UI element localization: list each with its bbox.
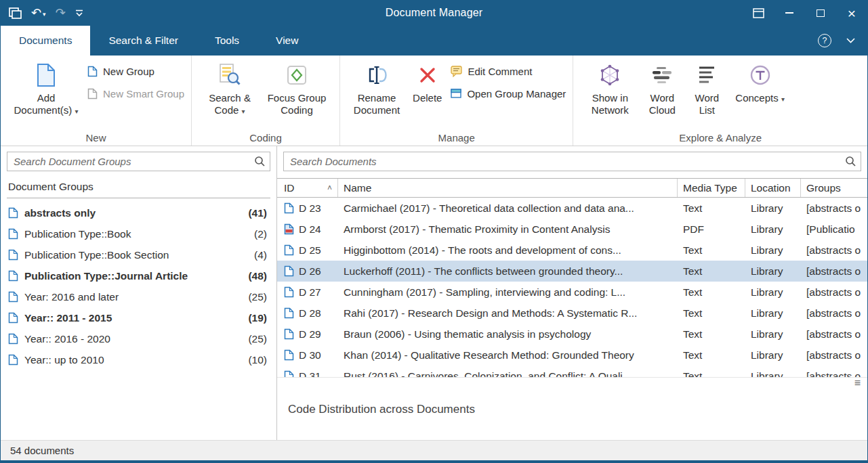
doc-location: Library (745, 370, 801, 378)
doc-id: D 31 (299, 370, 321, 378)
document-groups-pane: Document Groups abstracts only (41) Publ… (1, 146, 277, 440)
group-count: (4) (254, 249, 267, 261)
undo-dropdown-caret-icon: ▾ (43, 12, 46, 19)
table-row[interactable]: D 24 Armborst (2017) - Thematic Proximit… (277, 219, 867, 240)
group-name: Year:: 2011 - 2015 (24, 312, 112, 324)
horizontal-splitter[interactable]: ≡ (277, 377, 867, 391)
dropdown-caret-icon: ▾ (242, 108, 245, 115)
statusbar: 54 documents (1, 440, 867, 460)
minimize-icon (785, 12, 793, 14)
group-count: (2) (254, 228, 267, 240)
group-row[interactable]: Year:: 2016 - 2020 (25) (1, 328, 276, 349)
doc-id: D 29 (299, 328, 321, 340)
doc-name: Armborst (2017) - Thematic Proximity in … (338, 223, 678, 236)
column-header-name[interactable]: Name (338, 179, 678, 197)
table-row[interactable]: D 23 Carmichael (2017) - Theoretical dat… (277, 198, 867, 219)
word-list-button[interactable]: Word List (684, 60, 729, 118)
group-document-icon (8, 270, 18, 282)
table-row[interactable]: D 31 Rust (2016) - Carnivores, Colonizat… (277, 366, 867, 377)
group-count: (10) (248, 354, 267, 366)
close-button[interactable]: × (836, 0, 867, 26)
table-row[interactable]: D 30 Khan (2014) - Qualitative Research … (277, 345, 867, 366)
new-smart-group-icon (87, 88, 98, 100)
documents-table-body: D 23 Carmichael (2017) - Theoretical dat… (277, 198, 867, 377)
rename-document-button[interactable]: Rename Document (347, 60, 407, 118)
undo-icon: ↶ (31, 7, 41, 19)
tab-view[interactable]: View (257, 26, 316, 56)
new-group-button[interactable]: New Group (87, 63, 184, 79)
document-manager-window: ↶ ▾ ↷ Document Manager × Documents Searc… (0, 0, 868, 463)
show-in-network-button[interactable]: Show in Network (580, 60, 640, 118)
tab-documents[interactable]: Documents (1, 26, 90, 56)
edit-comment-button[interactable]: Edit Comment (451, 63, 566, 79)
rename-document-icon (366, 62, 388, 88)
table-row[interactable]: D 29 Braun (2006) - Using thematic analy… (277, 324, 867, 345)
doc-location: Library (745, 328, 801, 340)
search-and-code-button[interactable]: Search & Code ▾ (199, 60, 261, 118)
group-document-icon (8, 291, 18, 303)
search-documents-input[interactable] (283, 152, 861, 171)
word-list-label: Word List (695, 92, 720, 116)
new-group-icon (87, 66, 98, 77)
column-header-groups[interactable]: Groups (801, 179, 867, 197)
doc-name: Cunningham (2017) - Sampling, interviewi… (338, 286, 678, 299)
search-icon (254, 156, 265, 167)
doc-groups: [abstracts o (801, 370, 867, 378)
table-row[interactable]: D 28 Rahi (2017) - Research Design and M… (277, 303, 867, 324)
group-row[interactable]: Publication Type::Journal Article (48) (1, 265, 276, 286)
table-row[interactable]: D 25 Higginbottom (2014) - The roots and… (277, 240, 867, 261)
concepts-button[interactable]: Concepts ▾ (729, 60, 791, 107)
text-document-icon (284, 307, 294, 319)
doc-id: D 28 (299, 307, 321, 319)
doc-location: Library (745, 202, 801, 215)
group-row[interactable]: abstracts only (41) (1, 202, 276, 223)
ribbon-display-options-button[interactable] (743, 0, 774, 26)
new-smart-group-button[interactable]: New Smart Group (87, 85, 184, 102)
table-row-selected[interactable]: D 26 Luckerhoff (2011) - The conflicts b… (277, 261, 867, 282)
tab-search-filter[interactable]: Search & Filter (90, 26, 197, 56)
ribbon-group-new: Add Document(s) ▾ New Group New Smart Gr… (1, 56, 192, 146)
doc-groups: [abstracts o (801, 265, 867, 278)
minimize-button[interactable] (774, 0, 805, 26)
redo-button[interactable]: ↷ (56, 7, 66, 19)
doc-media-type: Text (678, 265, 745, 278)
tab-tools[interactable]: Tools (197, 26, 257, 56)
document-groups-header[interactable]: Document Groups (7, 178, 270, 198)
doc-id: D 23 (299, 202, 321, 215)
undo-button[interactable]: ↶ ▾ (31, 7, 46, 19)
group-name: Year:: up to 2010 (24, 354, 104, 366)
column-header-media-type[interactable]: Media Type (678, 179, 745, 197)
doc-media-type: Text (678, 202, 745, 215)
focus-group-coding-button[interactable]: Focus Group Coding (261, 60, 333, 118)
group-row[interactable]: Year:: 2011 - 2015 (19) (1, 307, 276, 328)
document-count: 54 documents (10, 445, 74, 456)
word-cloud-button[interactable]: Word Cloud (640, 60, 684, 118)
group-row[interactable]: Publication Type::Book (2) (1, 223, 276, 244)
help-icon: ? (823, 36, 827, 45)
doc-groups: [abstracts o (801, 286, 867, 299)
column-header-id[interactable]: ID ˄ (277, 179, 338, 197)
group-row[interactable]: Year:: up to 2010 (10) (1, 349, 276, 370)
show-in-network-label: Show in Network (592, 92, 629, 116)
doc-location: Library (745, 307, 801, 319)
search-document-groups-input[interactable] (7, 152, 270, 171)
add-documents-button[interactable]: Add Document(s) ▾ (7, 60, 85, 118)
doc-location: Library (745, 286, 801, 299)
help-button[interactable]: ? (818, 34, 831, 47)
group-row[interactable]: Publication Type::Book Section (4) (1, 244, 276, 265)
open-group-manager-label: Open Group Manager (467, 88, 566, 100)
table-row[interactable]: D 27 Cunningham (2017) - Sampling, inter… (277, 282, 867, 303)
quick-access-menu-button[interactable] (75, 9, 83, 17)
group-row[interactable]: Year: 2016 and later (25) (1, 286, 276, 307)
delete-button[interactable]: Delete (407, 60, 448, 107)
doc-id: D 30 (299, 349, 321, 361)
group-document-icon (8, 228, 18, 240)
column-header-location[interactable]: Location (745, 179, 801, 197)
open-group-manager-button[interactable]: Open Group Manager (451, 85, 566, 102)
doc-media-type: Text (678, 286, 745, 299)
maximize-button[interactable] (805, 0, 836, 26)
doc-groups: [abstracts o (801, 328, 867, 340)
collapse-ribbon-button[interactable] (846, 38, 855, 43)
ribbon-group-label-new: New (1, 132, 191, 144)
app-icon[interactable] (9, 7, 22, 19)
